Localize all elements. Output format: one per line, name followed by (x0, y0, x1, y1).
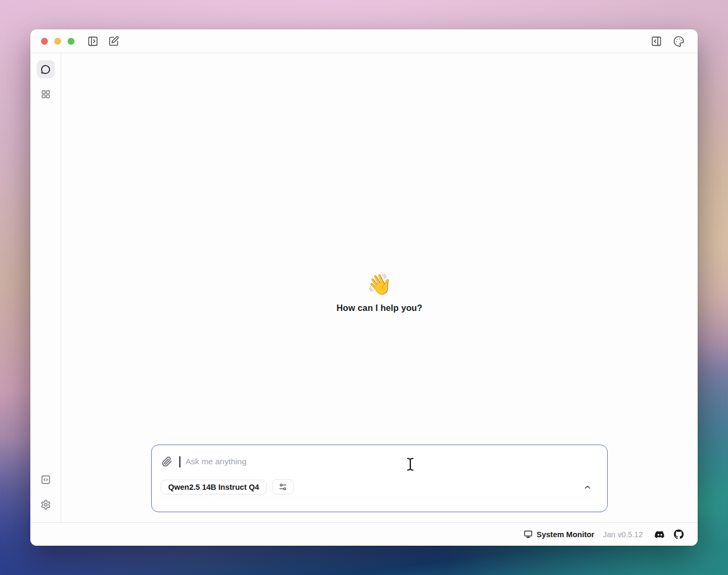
system-monitor-label: System Monitor (536, 530, 594, 539)
sidebar-open-icon[interactable] (86, 35, 99, 47)
traffic-lights (41, 38, 75, 45)
sidebar-item-hub[interactable] (37, 85, 55, 103)
sidebar-item-threads[interactable] (37, 60, 55, 78)
new-thread-icon[interactable] (107, 35, 120, 47)
zoom-button[interactable] (68, 38, 75, 45)
greeting: 👋 How can I help you? (61, 274, 698, 313)
chat-icon (40, 64, 51, 75)
monitor-icon (524, 530, 533, 539)
model-selector[interactable]: Qwen2.5 14B Instruct Q4 (161, 480, 267, 495)
palette-icon[interactable] (672, 35, 685, 47)
minimize-button[interactable] (54, 38, 61, 45)
sidebar-item-local-api-server[interactable] (37, 471, 55, 489)
settings-icon (40, 499, 51, 510)
model-settings-button[interactable] (272, 479, 294, 495)
model-settings-icon (278, 482, 287, 491)
panel-right-icon[interactable] (650, 35, 663, 47)
close-button[interactable] (41, 38, 48, 45)
system-monitor-button[interactable]: System Monitor (524, 530, 594, 539)
status-bar: System Monitor Jan v0.5.12 (30, 522, 698, 546)
desktop-wallpaper: 👋 How can I help you? Qwen2.5 14B Instru… (0, 0, 728, 575)
version-label: Jan v0.5.12 (603, 530, 643, 539)
titlebar (30, 29, 698, 53)
jan-app-window: 👋 How can I help you? Qwen2.5 14B Instru… (30, 29, 698, 546)
discord-icon[interactable] (655, 529, 665, 540)
api-server-icon (40, 474, 51, 485)
wave-emoji: 👋 (61, 274, 698, 294)
paperclip-icon[interactable] (161, 456, 173, 467)
sidebar (30, 53, 61, 522)
greeting-text: How can I help you? (61, 303, 698, 313)
hub-icon (40, 89, 51, 100)
sidebar-item-settings[interactable] (37, 496, 55, 514)
main-content: 👋 How can I help you? Qwen2.5 14B Instru… (61, 53, 698, 522)
text-caret (179, 456, 180, 467)
github-icon[interactable] (674, 529, 684, 539)
chat-input[interactable] (186, 457, 597, 466)
chevron-up-icon[interactable] (583, 482, 592, 492)
prompt-box: Qwen2.5 14B Instruct Q4 (151, 445, 608, 512)
model-selector-label: Qwen2.5 14B Instruct Q4 (168, 483, 259, 491)
